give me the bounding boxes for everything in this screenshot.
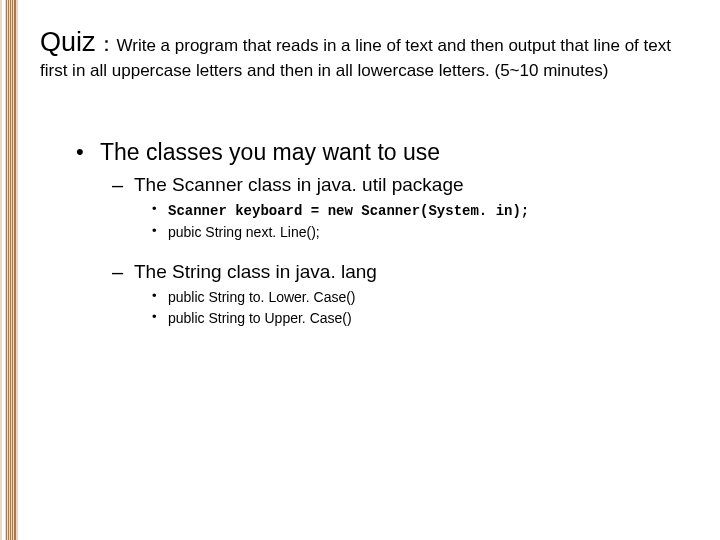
bullet-lvl1: The classes you may want to use The Scan…	[76, 139, 688, 329]
bullet-lvl2-scanner: The Scanner class in java. util package …	[112, 174, 688, 243]
bullet-lvl3-nextline: pubic String next. Line();	[152, 222, 688, 243]
slide-body: Quiz：Write a program that reads in a lin…	[18, 0, 720, 540]
quiz-label: Quiz	[40, 27, 96, 57]
content-area: The classes you may want to use The Scan…	[40, 139, 688, 329]
scanner-code: Scanner keyboard = new Scanner(System. i…	[168, 203, 529, 219]
slide-left-border	[0, 0, 18, 540]
bullet-lvl3-lower: public String to. Lower. Case()	[152, 287, 688, 308]
bullet-lvl3-upper: public String to Upper. Case()	[152, 308, 688, 329]
string-upper: public String to Upper. Case()	[168, 310, 352, 326]
quiz-colon: ：	[96, 32, 117, 55]
quiz-title-block: Quiz：Write a program that reads in a lin…	[40, 24, 688, 83]
lvl1-text: The classes you may want to use	[100, 139, 440, 165]
lvl2-scanner-head: The Scanner class in java. util package	[134, 174, 464, 195]
scanner-nextline: pubic String next. Line();	[168, 224, 320, 240]
quiz-description: Write a program that reads in a line of …	[40, 36, 671, 80]
string-lower: public String to. Lower. Case()	[168, 289, 356, 305]
lvl2-string-head: The String class in java. lang	[134, 261, 377, 282]
bullet-lvl3-code: Scanner keyboard = new Scanner(System. i…	[152, 200, 688, 222]
bullet-lvl2-string: The String class in java. lang public St…	[112, 261, 688, 329]
